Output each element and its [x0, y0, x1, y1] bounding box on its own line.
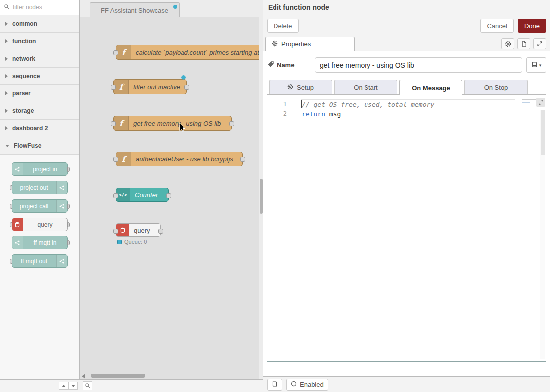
- enabled-toggle-button[interactable]: Enabled: [286, 379, 328, 391]
- palette-flowfuse-nodes: project in project out project call: [0, 155, 79, 379]
- canvas-horizontal-scrollbar[interactable]: [82, 373, 258, 378]
- node-label: get free memory - using OS lib: [129, 120, 226, 127]
- palette-node-ff-mqtt-out[interactable]: ff mqtt out: [12, 254, 68, 268]
- palette-category-common[interactable]: common: [0, 15, 79, 33]
- mqtt-icon: [12, 236, 23, 249]
- chevron-right-icon: [5, 22, 8, 26]
- canvas-vertical-scrollbar[interactable]: [259, 17, 263, 379]
- workspace-tabbar: FF Assistant Showcase: [80, 0, 263, 17]
- palette-node-ff-mqtt-in[interactable]: ff mqtt in: [12, 236, 68, 249]
- function-icon: f: [116, 45, 131, 59]
- node-output-port[interactable]: [240, 157, 245, 162]
- flow-node-counter[interactable]: </> Counter: [116, 188, 169, 202]
- palette-filter-input[interactable]: [13, 4, 75, 11]
- node-input-port[interactable]: [113, 229, 118, 234]
- node-name-input[interactable]: [315, 57, 522, 73]
- editor-scrollbar[interactable]: [540, 110, 545, 359]
- category-label: common: [12, 20, 37, 27]
- palette-node-label: ff mqtt in: [23, 239, 67, 246]
- flow-node-get-free-memory[interactable]: f get free memory - using OS lib: [113, 116, 232, 131]
- gear-icon: [272, 40, 278, 48]
- tray-body: Name ▾ Setup On Start: [263, 51, 550, 376]
- node-output-port[interactable]: [229, 121, 234, 126]
- category-label: sequence: [12, 73, 40, 79]
- library-button[interactable]: ▾: [526, 57, 546, 73]
- palette-category-sequence[interactable]: sequence: [0, 68, 79, 85]
- tray-toolbar: Delete Cancel Done: [263, 15, 550, 37]
- tab-setup[interactable]: Setup: [269, 80, 332, 94]
- node-output-port: [67, 167, 70, 172]
- node-output-port[interactable]: [158, 229, 163, 234]
- category-label: FlowFuse: [14, 142, 41, 149]
- scroll-left-arrow-icon[interactable]: [82, 374, 85, 379]
- node-label: Counter: [130, 191, 163, 199]
- palette-category-flowfuse[interactable]: FlowFuse: [0, 137, 79, 155]
- expand-categories-button[interactable]: [68, 382, 78, 390]
- palette-category-dashboard-2[interactable]: dashboard 2: [0, 120, 79, 137]
- flow-tab-label: FF Assistant Showcase: [101, 7, 168, 14]
- palette-category-network[interactable]: network: [0, 50, 79, 68]
- code-comment: // get OS free, used, total memory: [302, 101, 434, 108]
- editor-scroll-thumb[interactable]: [541, 110, 545, 155]
- function-icon: f: [114, 116, 129, 130]
- minimap-line: [522, 102, 530, 103]
- palette-collapse-controls: [59, 382, 78, 390]
- monaco-code-editor[interactable]: 1 2 // get OS free, used, total memory r…: [267, 95, 546, 362]
- palette-category-function[interactable]: function: [0, 33, 79, 50]
- tab-label: On Stop: [484, 84, 508, 91]
- code-lines[interactable]: // get OS free, used, total memory retur…: [302, 100, 511, 119]
- collapse-categories-button[interactable]: [59, 382, 68, 390]
- category-label: network: [12, 55, 35, 62]
- node-label: authenticateUser - use lib bcryptjs: [131, 156, 238, 163]
- node-info-button[interactable]: [267, 379, 282, 391]
- tab-on-start[interactable]: On Start: [334, 80, 397, 94]
- expand-editor-button[interactable]: [536, 98, 545, 107]
- palette-node-label: project call: [12, 203, 56, 210]
- flow-canvas[interactable]: f calculate `payload.count` primes start…: [80, 17, 259, 379]
- tab-on-message[interactable]: On Message: [399, 80, 462, 95]
- node-input-port[interactable]: [111, 121, 116, 126]
- palette-node-label: query: [23, 221, 67, 228]
- node-input-port[interactable]: [113, 50, 118, 55]
- palette-category-parser[interactable]: parser: [0, 85, 79, 102]
- palette-category-storage[interactable]: storage: [0, 102, 79, 120]
- flow-node-query[interactable]: query: [116, 223, 161, 237]
- tab-properties[interactable]: Properties: [265, 37, 355, 51]
- palette-search[interactable]: [0, 0, 79, 15]
- expand-tray-button[interactable]: [533, 38, 546, 49]
- flow-node-authenticate-user[interactable]: f authenticateUser - use lib bcryptjs: [116, 152, 243, 166]
- palette-node-project-in[interactable]: project in: [12, 162, 68, 176]
- chevron-right-icon: [5, 39, 8, 43]
- name-label: Name: [267, 61, 311, 69]
- node-output-port[interactable]: [166, 193, 171, 198]
- flow-node-calculate-primes[interactable]: f calculate `payload.count` primes start…: [116, 45, 259, 60]
- horizontal-scroll-thumb[interactable]: [91, 374, 145, 378]
- done-button[interactable]: Done: [518, 19, 546, 33]
- project-icon: [56, 200, 67, 212]
- node-output-port[interactable]: [184, 85, 189, 90]
- palette-node-query[interactable]: query: [12, 218, 68, 231]
- palette-node-project-out[interactable]: project out: [12, 181, 68, 194]
- node-input-port[interactable]: [113, 193, 118, 198]
- node-input-port[interactable]: [113, 157, 118, 162]
- code-line: // get OS free, used, total memory: [302, 100, 511, 109]
- tab-on-stop[interactable]: On Stop: [464, 80, 528, 94]
- palette-node-project-call[interactable]: project call: [12, 199, 68, 213]
- flow-tab[interactable]: FF Assistant Showcase: [90, 2, 180, 18]
- line-number: 1: [267, 100, 295, 109]
- line-number-gutter[interactable]: 1 2: [267, 100, 295, 119]
- node-input-port[interactable]: [111, 85, 116, 90]
- flow-node-filter-out-inactive[interactable]: f filter out inactive: [113, 79, 187, 94]
- chevron-down-icon: [5, 145, 9, 147]
- delete-button[interactable]: Delete: [267, 19, 299, 33]
- code-keyword: return: [302, 110, 325, 118]
- cancel-button[interactable]: Cancel: [480, 19, 513, 33]
- node-red-editor: common function network sequence parser …: [0, 0, 550, 392]
- node-settings-button[interactable]: [501, 38, 514, 49]
- search-flows-button[interactable]: [83, 381, 92, 390]
- search-icon: [4, 4, 10, 11]
- node-description-button[interactable]: [517, 38, 530, 49]
- node-input-port: [10, 259, 12, 264]
- function-editor-tabs: Setup On Start On Message On Stop: [267, 80, 546, 95]
- workspace: FF Assistant Showcase f calculate `paylo…: [80, 0, 263, 392]
